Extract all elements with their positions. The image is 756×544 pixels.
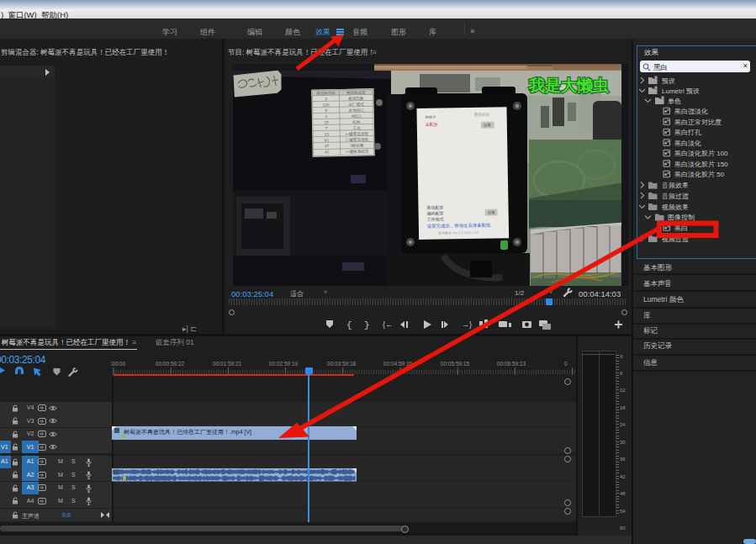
svg-text:黑白淡化胶片 100: 黑白淡化胶片 100 [674,150,728,157]
svg-text:Imit 0: Imit 0 [426,114,436,119]
svg-text:{: { [346,320,352,330]
svg-text:音频效果: 音频效果 [661,182,689,189]
svg-text:模拟开关: 模拟开关 [473,112,490,117]
svg-text:15: 15 [324,120,329,124]
svg-text:→}: →} [462,320,472,329]
svg-text:}: } [364,320,370,330]
svg-text:视频效果: 视频效果 [661,203,689,211]
svg-text:黑白打孔: 黑白打孔 [674,129,702,136]
svg-text:音频过渡: 音频过渡 [661,193,689,200]
svg-text:黑白: 黑白 [674,224,688,232]
svg-text:{←: {← [383,320,393,329]
svg-text:47: 47 [325,144,330,148]
svg-text:42: 42 [325,150,330,154]
svg-text:测试码代码: 测试码代码 [316,90,336,95]
svg-text:工作模式: 工作模式 [427,217,444,222]
svg-text:黑白淡化胶片 150: 黑白淡化胶片 150 [674,161,728,168]
svg-text:13: 13 [325,132,330,136]
svg-text:120: 120 [323,103,330,107]
svg-text:黑白淡化: 黑白淡化 [674,140,701,147]
svg-text:91: 91 [325,138,330,142]
svg-text:Lumetri 预设: Lumetri 预设 [662,87,700,95]
svg-text:工位: 工位 [352,125,361,130]
svg-text:视频过渡: 视频过渡 [661,235,689,243]
svg-text:黑白淡化胶片 50: 黑白淡化胶片 50 [674,171,725,178]
svg-text:出厂模式: 出厂模式 [348,103,364,107]
svg-text:我是大懒虫: 我是大懒虫 [528,77,610,94]
svg-text:预设: 预设 [662,77,675,85]
svg-text:黑白强淡化: 黑白强淡化 [674,108,708,115]
svg-text:红外: 红外 [352,119,361,124]
svg-text:3秒位置: 3秒位置 [350,144,364,148]
svg-text:图像控制: 图像控制 [668,214,695,221]
svg-text:设置: 设置 [484,123,492,128]
svg-text:模拟芯数: 模拟芯数 [347,97,364,101]
svg-text:单色: 单色 [668,98,681,105]
svg-text:设置: 设置 [488,209,496,214]
svg-text:黑白正常对比度: 黑白正常对比度 [674,119,722,126]
